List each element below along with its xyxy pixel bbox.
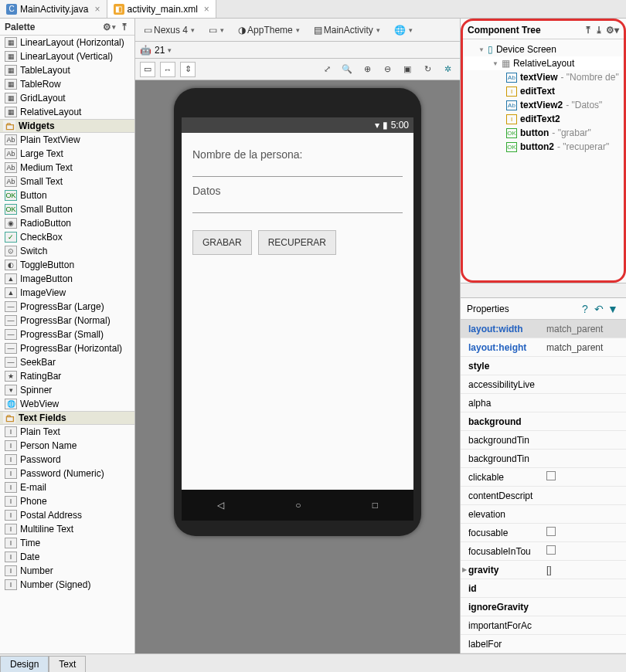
palette-item[interactable]: IPerson Name — [0, 439, 134, 453]
tree-node[interactable]: IeditText — [464, 84, 622, 98]
tree-node[interactable]: OKbutton - "grabar" — [464, 126, 622, 140]
design-tab[interactable]: Design — [0, 656, 49, 672]
property-row[interactable]: backgroundTin — [461, 450, 626, 468]
collapse-all-icon[interactable]: ⤓ — [595, 25, 603, 36]
checkbox[interactable] — [546, 471, 556, 480]
recents-icon[interactable]: □ — [373, 500, 378, 511]
palette-item[interactable]: ▲ImageButton — [0, 272, 134, 286]
close-icon[interactable]: × — [94, 4, 100, 15]
activity-picker[interactable]: ▤ MainActivity — [310, 22, 384, 39]
palette-item[interactable]: INumber (Signed) — [0, 578, 134, 592]
property-row[interactable]: style — [461, 357, 626, 375]
palette-item[interactable]: —ProgressBar (Small) — [0, 328, 134, 341]
close-icon[interactable]: × — [204, 4, 209, 15]
palette-group-header[interactable]: 🗀Text Fields — [0, 411, 134, 425]
tree-expand-icon[interactable]: ▼ — [478, 46, 485, 53]
palette-item[interactable]: IPassword (Numeric) — [0, 467, 134, 480]
palette-item[interactable]: ▦GridLayout — [0, 91, 134, 105]
api-level-label[interactable]: 21 — [155, 45, 165, 56]
property-row[interactable]: labelFor — [461, 635, 626, 653]
file-tab-main-activity[interactable]: C MainActivity.java × — [0, 0, 107, 18]
palette-item[interactable]: IDate — [0, 550, 134, 564]
property-row[interactable]: importantForAc — [461, 616, 626, 635]
palette-item[interactable]: IPostal Address — [0, 508, 134, 522]
palette-item[interactable]: OKSmall Button — [0, 202, 134, 216]
palette-item[interactable]: ◐ToggleButton — [0, 258, 134, 272]
button-recuperar[interactable]: RECUPERAR — [258, 230, 336, 255]
tree-node[interactable]: IeditText2 — [464, 112, 622, 126]
expand-v-tool[interactable]: ⇕ — [180, 62, 196, 77]
tree-node[interactable]: OKbutton2 - "recuperar" — [464, 140, 622, 154]
palette-item[interactable]: AbPlain TextView — [0, 133, 134, 147]
palette-item[interactable]: INumber — [0, 564, 134, 578]
zoom-out-icon[interactable]: ⊖ — [379, 62, 395, 77]
palette-item[interactable]: ▲ImageView — [0, 286, 134, 300]
palette-item[interactable]: IMultiline Text — [0, 522, 134, 536]
tree-node-device-screen[interactable]: ▼ ▯ Device Screen — [464, 42, 622, 56]
text-tab[interactable]: Text — [49, 656, 86, 672]
palette-item[interactable]: 🌐WebView — [0, 397, 134, 411]
palette-list[interactable]: ▦LinearLayout (Horizontal)▦LinearLayout … — [0, 36, 134, 653]
edittext-datos[interactable] — [192, 212, 403, 213]
settings-icon[interactable]: ✲ — [440, 62, 455, 77]
palette-group-header[interactable]: 🗀Widgets — [0, 119, 134, 133]
palette-item[interactable]: —ProgressBar (Normal) — [0, 314, 134, 328]
design-area[interactable]: ▾ ▮ 5:00 Nombre de la persona: Datos GRA… — [135, 80, 460, 653]
property-row[interactable]: layout:heightmatch_parent — [461, 338, 626, 357]
tree-expand-icon[interactable]: ▼ — [492, 60, 498, 67]
palette-item[interactable]: ▦RelativeLayout — [0, 105, 134, 119]
palette-item[interactable]: ITime — [0, 536, 134, 550]
collapse-icon[interactable]: ⤒ — [119, 22, 130, 32]
checkbox[interactable] — [546, 545, 556, 555]
chevron-down-icon[interactable]: ▾ — [112, 23, 116, 31]
chevron-down-icon[interactable]: ▾ — [168, 46, 172, 54]
property-row[interactable]: clickable — [461, 468, 626, 487]
orientation-picker[interactable]: ▭ — [205, 22, 228, 39]
property-row[interactable]: alpha — [461, 394, 626, 412]
app-content[interactable]: Nombre de la persona: Datos GRABAR RECUP… — [182, 133, 413, 490]
expand-all-icon[interactable]: ⤒ — [584, 25, 592, 36]
expand-h-tool[interactable]: ↔ — [160, 62, 175, 77]
palette-item[interactable]: AbMedium Text — [0, 161, 134, 175]
palette-item[interactable]: ▦TableRow — [0, 77, 134, 91]
zoom-actual-icon[interactable]: 🔍 — [339, 62, 355, 77]
property-row[interactable]: layout:width match_parent — [461, 320, 626, 338]
select-tool[interactable]: ▭ — [140, 62, 155, 77]
palette-item[interactable]: ◉RadioButton — [0, 216, 134, 230]
refresh-icon[interactable]: ↻ — [420, 62, 435, 77]
palette-item[interactable]: ✓CheckBox — [0, 230, 134, 244]
property-row[interactable]: ignoreGravity — [461, 598, 626, 616]
file-tab-activity-main-xml[interactable]: ◧ activity_main.xml × — [107, 0, 216, 18]
tree-node[interactable]: AbtextView - "Nombre de" — [464, 70, 622, 84]
screenshot-icon[interactable]: ▣ — [400, 62, 415, 77]
properties-table[interactable]: layout:width match_parent layout:heightm… — [461, 320, 626, 653]
palette-item[interactable]: ▦LinearLayout (Horizontal) — [0, 36, 134, 49]
property-row[interactable]: ▶gravity[] — [461, 561, 626, 579]
tree-node[interactable]: AbtextView2 - "Datos" — [464, 98, 622, 112]
help-icon[interactable]: ? — [578, 303, 592, 315]
theme-picker[interactable]: ◑ AppTheme — [234, 22, 304, 39]
home-icon[interactable]: ○ — [295, 500, 301, 511]
locale-picker[interactable]: 🌐 — [390, 22, 417, 39]
undo-icon[interactable]: ↶ — [592, 303, 606, 315]
palette-item[interactable]: IPassword — [0, 453, 134, 467]
property-row[interactable]: elevation — [461, 505, 626, 524]
gear-icon[interactable]: ⚙▾ — [606, 25, 619, 36]
property-row[interactable]: focusable — [461, 524, 626, 542]
zoom-in-icon[interactable]: ⊕ — [359, 62, 375, 77]
component-tree-body[interactable]: ▼ ▯ Device Screen ▼ ▦ RelativeLayout Abt… — [463, 39, 624, 157]
gear-icon[interactable]: ⚙ — [101, 22, 112, 32]
property-row[interactable]: background — [461, 412, 626, 431]
palette-item[interactable]: ▾Spinner — [0, 383, 134, 397]
checkbox[interactable] — [546, 527, 556, 536]
property-row[interactable]: contentDescript — [461, 487, 626, 505]
property-row[interactable]: backgroundTin — [461, 431, 626, 450]
palette-item[interactable]: IE-mail — [0, 480, 134, 494]
palette-item[interactable]: ▦TableLayout — [0, 63, 134, 77]
palette-item[interactable]: ⊙Switch — [0, 244, 134, 258]
palette-item[interactable]: OKButton — [0, 188, 134, 202]
palette-item[interactable]: IPlain Text — [0, 425, 134, 439]
palette-item[interactable]: IPhone — [0, 494, 134, 508]
palette-item[interactable]: —ProgressBar (Large) — [0, 300, 134, 314]
palette-item[interactable]: AbSmall Text — [0, 175, 134, 188]
